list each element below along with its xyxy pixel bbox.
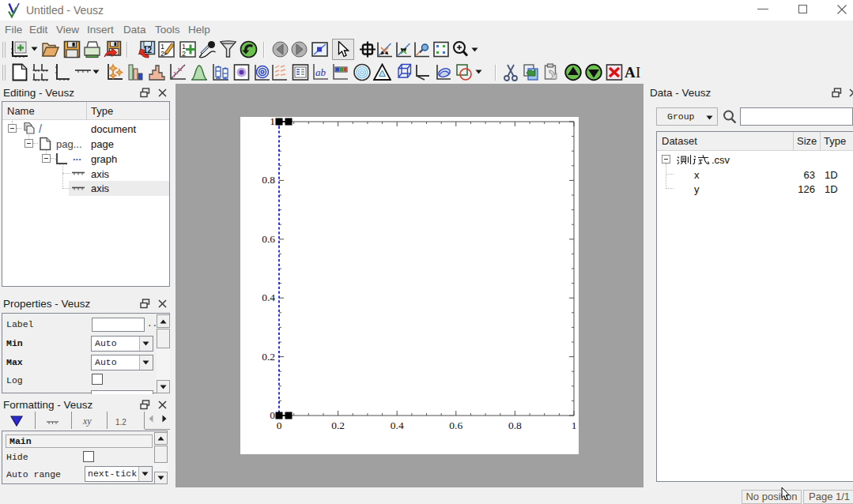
svg-text:2: 2 bbox=[182, 50, 186, 58]
svg-text:0.6: 0.6 bbox=[262, 233, 275, 245]
svg-text:0.6: 0.6 bbox=[449, 419, 462, 431]
svg-text:0.4: 0.4 bbox=[391, 419, 404, 431]
svg-text:0: 0 bbox=[277, 419, 282, 431]
svg-text:0: 0 bbox=[270, 409, 275, 421]
svg-text:0.4: 0.4 bbox=[262, 291, 275, 303]
svg-text:0.2: 0.2 bbox=[331, 419, 345, 431]
svg-text:0.2: 0.2 bbox=[262, 351, 275, 363]
svg-text:A: A bbox=[625, 64, 636, 81]
svg-text:2: 2 bbox=[160, 50, 164, 58]
svg-text:ab: ab bbox=[315, 66, 326, 78]
svg-text:1: 1 bbox=[572, 419, 577, 431]
svg-text:12: 12 bbox=[143, 46, 153, 55]
svg-text:0.8: 0.8 bbox=[262, 174, 275, 186]
svg-text:1: 1 bbox=[270, 115, 275, 127]
svg-text:0.8: 0.8 bbox=[508, 419, 522, 431]
svg-text:I: I bbox=[636, 64, 640, 81]
